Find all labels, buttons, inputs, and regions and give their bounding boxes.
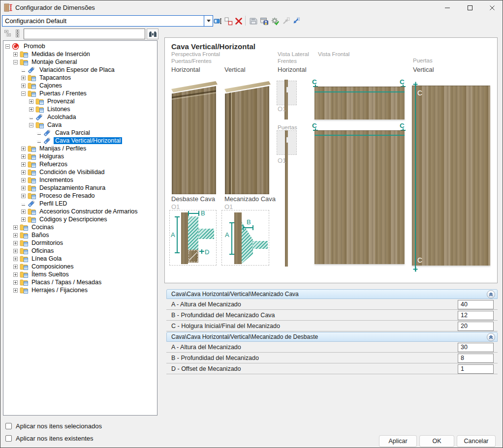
tree-item-cocinas[interactable]: Cocinas: [3, 223, 157, 231]
param-value-input[interactable]: 8: [458, 354, 494, 363]
tree-toggle-plus[interactable]: [13, 225, 18, 230]
tree-toggle-plus[interactable]: [13, 249, 18, 253]
tree-item-medidas-de-inserci-n[interactable]: Medidas de Inserción: [3, 50, 157, 58]
export-icon[interactable]: [259, 16, 269, 26]
tree-item-label[interactable]: Refuerzos: [38, 161, 69, 168]
tree-toggle-plus[interactable]: [13, 241, 18, 245]
tree-item-desplazamiento-ranura[interactable]: Desplazamiento Ranura: [3, 184, 157, 192]
tree-item-label[interactable]: Holguras: [38, 153, 65, 160]
tree-item-label[interactable]: Puertas / Frentes: [38, 90, 88, 97]
tree-item-label[interactable]: Ítems Sueltos: [30, 271, 70, 278]
tree-item-label[interactable]: Provenzal: [46, 98, 76, 105]
config-combobox[interactable]: Configuración Default: [2, 15, 213, 27]
save-icon[interactable]: [249, 16, 258, 26]
tree-toggle-plus[interactable]: [21, 84, 26, 88]
tree-toggle-plus[interactable]: [13, 288, 18, 293]
param-value-input[interactable]: 20: [458, 322, 494, 331]
tree-item-label[interactable]: Tapacantos: [38, 74, 72, 81]
tree-item-cajones[interactable]: Cajones: [3, 82, 157, 90]
tree-item-listones[interactable]: Listones: [3, 105, 157, 113]
param-value-input[interactable]: 1: [458, 364, 494, 374]
tree-item-montaje-general[interactable]: Montaje General: [3, 58, 157, 66]
tree-item-label[interactable]: Baños: [30, 232, 50, 239]
tree-toggle-plus[interactable]: [21, 170, 26, 175]
tree-toggle-plus[interactable]: [21, 147, 26, 151]
copy-config-icon[interactable]: [223, 16, 233, 26]
expand-all-icon[interactable]: [15, 30, 24, 38]
tree-item-promob[interactable]: Promob: [3, 42, 157, 50]
tree-toggle-plus[interactable]: [21, 178, 26, 182]
tree-item-oficinas[interactable]: Oficinas: [3, 247, 157, 255]
collapse-all-icon[interactable]: [4, 30, 13, 38]
minimize-button[interactable]: [436, 0, 459, 15]
param-value-input[interactable]: 40: [458, 300, 494, 309]
checkbox-apply-selected[interactable]: Aplicar nos itens selecionados: [5, 422, 102, 430]
tree-item-label[interactable]: Dormitorios: [30, 239, 64, 246]
tree-toggle-plus[interactable]: [21, 76, 26, 80]
tree-item-label[interactable]: Manijas / Perfiles: [38, 145, 88, 152]
tree-toggle-plus[interactable]: [21, 162, 26, 167]
tree-item-provenzal[interactable]: Provenzal: [3, 97, 157, 105]
close-button[interactable]: [481, 0, 503, 15]
tree-item-accesorios-constructor-de-armarios[interactable]: Accesorios Constructor de Armarios: [3, 208, 157, 215]
tree-item-tems-sueltos[interactable]: Ítems Sueltos: [3, 270, 157, 278]
tree-item-manijas-perfiles[interactable]: Manijas / Perfiles: [3, 145, 157, 152]
tree-toggle-minus[interactable]: [21, 91, 26, 96]
tree-item-ba-os[interactable]: Baños: [3, 231, 157, 239]
tree-toggle-minus[interactable]: [29, 123, 33, 127]
tree-toggle-plus[interactable]: [21, 217, 26, 222]
tree-item-label[interactable]: Línea Gola: [30, 255, 63, 262]
tree-toggle-plus[interactable]: [21, 186, 26, 190]
tree-toggle-minus[interactable]: [13, 60, 18, 64]
tree-item-label[interactable]: Códigos y Descripciones: [38, 216, 109, 223]
tree-item-puertas-frentes[interactable]: Puertas / Frentes: [3, 90, 157, 97]
tree-toggle-plus[interactable]: [13, 257, 18, 261]
tree-item-label[interactable]: Cava: [46, 121, 63, 128]
tree-toggle-plus[interactable]: [13, 265, 18, 269]
collapse-chevron-button[interactable]: [487, 290, 495, 299]
tree-item-label[interactable]: Variación Espesor de Placa: [38, 66, 116, 73]
tree-item-label[interactable]: Perfil LED: [38, 200, 68, 207]
tree-item-dormitorios[interactable]: Dormitorios: [3, 239, 157, 247]
aplicar-button[interactable]: Aplicar: [379, 435, 417, 447]
tree-toggle-plus[interactable]: [21, 194, 26, 198]
tree-item-label[interactable]: Cocinas: [30, 224, 55, 231]
checkbox-box[interactable]: [5, 423, 12, 429]
delete-icon[interactable]: [234, 16, 243, 26]
ok-button[interactable]: OK: [419, 435, 454, 447]
search-input[interactable]: [24, 29, 145, 39]
tree-item-label[interactable]: Medidas de Inserción: [30, 51, 92, 58]
search-binoculars-button[interactable]: [147, 29, 158, 39]
checkbox-apply-existing[interactable]: Aplicar nos itens existentes: [5, 435, 94, 442]
tree-item-label[interactable]: Cava Vertical/Horizontal: [54, 137, 122, 144]
tree-item-label[interactable]: Montaje General: [30, 59, 78, 65]
param-value-input[interactable]: 30: [458, 343, 494, 352]
tree-item-variaci-n-espesor-de-placa[interactable]: Variación Espesor de Placa: [3, 66, 157, 74]
tree-item-l-nea-gola[interactable]: Línea Gola: [3, 255, 157, 263]
maximize-button[interactable]: [459, 0, 481, 15]
checkbox-box[interactable]: [5, 435, 12, 442]
tree-item-label[interactable]: Incrementos: [38, 177, 75, 183]
tree-item-label[interactable]: Listones: [46, 106, 72, 113]
tree-item-composiciones[interactable]: Composiciones: [3, 263, 157, 270]
tree-toggle-plus[interactable]: [21, 209, 26, 214]
tree-item-label[interactable]: Cajones: [38, 82, 63, 89]
tree-toggle-plus[interactable]: [13, 280, 18, 285]
tree-item-label[interactable]: Promob: [22, 43, 47, 50]
validate-icon[interactable]: [270, 16, 280, 26]
combobox-dropdown-arrow[interactable]: [204, 16, 213, 26]
tree-toggle-plus[interactable]: [13, 233, 18, 238]
rename-icon[interactable]: [213, 16, 222, 26]
tree-item-condici-n-de-visibilidad[interactable]: Condición de Visibilidad: [3, 168, 157, 176]
tree-item-c-digos-y-descripciones[interactable]: Códigos y Descripciones: [3, 215, 157, 223]
tree-item-holguras[interactable]: Holguras: [3, 152, 157, 160]
tree-toggle-plus[interactable]: [29, 107, 33, 112]
tree-item-label[interactable]: Acolchada: [46, 114, 77, 120]
tree-item-proceso-de-fresado[interactable]: Proceso de Fresado: [3, 192, 157, 200]
tree-item-label[interactable]: Oficinas: [30, 247, 55, 254]
tree-item-cava[interactable]: Cava: [3, 121, 157, 129]
tree-toggle-plus[interactable]: [13, 272, 18, 277]
tree-item-incrementos[interactable]: Incrementos: [3, 176, 157, 184]
tree-toggle-plus[interactable]: [21, 154, 26, 159]
import-icon[interactable]: [291, 16, 300, 26]
